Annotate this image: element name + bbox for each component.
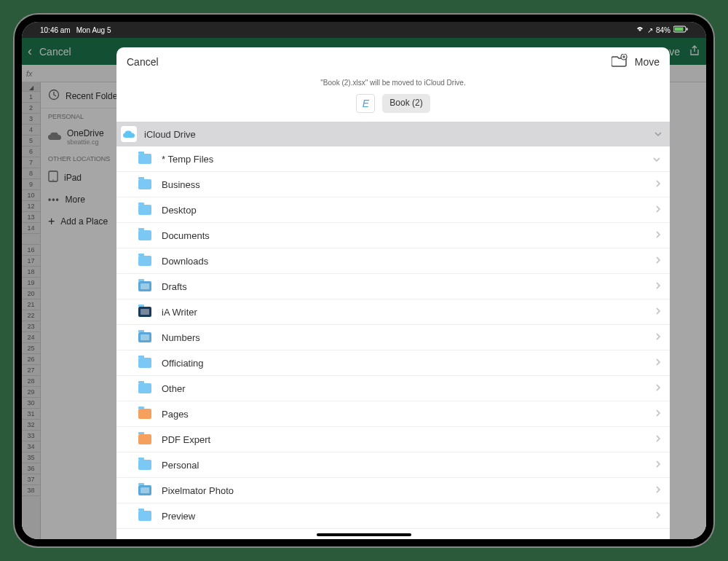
chevron-right-icon: [655, 510, 661, 522]
folder-label: Other: [162, 383, 645, 394]
chevron-right-icon: [655, 306, 661, 318]
status-date: Mon Aug 5: [76, 26, 111, 34]
file-preview-row: E Book (2): [116, 94, 670, 122]
folder-icon: [138, 460, 151, 470]
folder-label: Business: [162, 179, 645, 190]
folder-icon: [138, 358, 151, 368]
folder-label: Drafts: [162, 281, 645, 292]
status-bar: 10:46 am Mon Aug 5 ↗ 84%: [22, 22, 706, 38]
modal-cancel-button[interactable]: Cancel: [127, 56, 159, 68]
folder-icon: [138, 281, 151, 291]
folder-icon: [138, 205, 151, 215]
folder-row[interactable]: Preview: [116, 503, 670, 529]
folder-list[interactable]: * Temp FilesBusinessDesktopDocumentsDown…: [116, 146, 670, 539]
folder-label: Numbers: [162, 332, 645, 343]
chevron-right-icon: [655, 332, 661, 343]
chevron-right-icon: [655, 178, 661, 190]
icloud-icon: [121, 126, 137, 142]
folder-label: Pages: [162, 409, 645, 420]
chevron-right-icon: [655, 357, 661, 369]
folder-label: Downloads: [162, 256, 645, 267]
folder-icon: [138, 511, 151, 521]
chevron-right-icon: [655, 280, 661, 292]
folder-label: Pixelmator Photo: [162, 485, 645, 496]
folder-label: Personal: [162, 460, 645, 471]
folder-row[interactable]: Pixelmator Photo: [116, 478, 670, 503]
svg-rect-2: [687, 28, 688, 31]
folder-row[interactable]: Desktop: [116, 197, 670, 223]
folder-row[interactable]: Pages: [116, 401, 670, 427]
location-title: iCloud Drive: [144, 129, 646, 140]
status-time: 10:46 am: [40, 26, 71, 34]
home-indicator[interactable]: [317, 533, 411, 536]
folder-label: Officiating: [162, 358, 645, 369]
folder-row[interactable]: Business: [116, 172, 670, 197]
modal-subtitle: "Book (2).xlsx" will be moved to iCloud …: [116, 76, 670, 94]
folder-label: Preview: [162, 511, 645, 522]
folder-label: Desktop: [162, 205, 645, 216]
folder-icon: [138, 332, 151, 342]
folder-row[interactable]: Officiating: [116, 350, 670, 376]
folder-label: Documents: [162, 230, 645, 241]
chevron-down-icon: [654, 129, 662, 139]
ipad-screen: 10:46 am Mon Aug 5 ↗ 84% ‹ Cancel Save: [22, 22, 706, 539]
folder-label: iA Writer: [162, 307, 645, 318]
modal-header: Cancel Move: [116, 47, 670, 76]
folder-row[interactable]: Downloads: [116, 248, 670, 274]
folder-icon: [138, 154, 151, 164]
folder-row[interactable]: Other: [116, 376, 670, 401]
folder-icon: [138, 230, 151, 240]
location-header-icloud[interactable]: iCloud Drive: [116, 122, 670, 146]
chevron-right-icon: [655, 408, 661, 420]
ipad-frame: 10:46 am Mon Aug 5 ↗ 84% ‹ Cancel Save: [15, 15, 713, 546]
battery-pct: 84%: [656, 26, 670, 34]
folder-icon: [138, 307, 151, 317]
file-name-chip: Book (2): [382, 94, 430, 113]
chevron-right-icon: [655, 255, 661, 267]
folder-label: * Temp Files: [162, 154, 642, 165]
svg-rect-1: [675, 28, 684, 31]
chevron-right-icon: [655, 484, 661, 496]
battery-icon: [673, 26, 688, 34]
move-file-modal: Cancel Move "Book (2).xlsx" will be move…: [116, 47, 670, 539]
folder-row[interactable]: Drafts: [116, 274, 670, 299]
folder-icon: [138, 409, 151, 419]
location-icon: ↗: [647, 26, 653, 34]
folder-icon: [138, 434, 151, 444]
chevron-right-icon: [655, 382, 661, 394]
wifi-icon: [636, 26, 644, 34]
folder-row[interactable]: Numbers: [116, 325, 670, 350]
folder-row[interactable]: * Temp Files: [116, 146, 670, 172]
folder-icon: [138, 383, 151, 393]
folder-icon: [138, 179, 151, 189]
folder-row[interactable]: iA Writer: [116, 299, 670, 325]
modal-move-button[interactable]: Move: [635, 56, 660, 68]
folder-row[interactable]: Documents: [116, 223, 670, 248]
folder-label: PDF Expert: [162, 434, 645, 445]
file-thumbnail: E: [356, 94, 375, 113]
chevron-right-icon: [655, 230, 661, 241]
folder-icon: [138, 485, 151, 495]
chevron-right-icon: [655, 204, 661, 216]
folder-row[interactable]: Personal: [116, 452, 670, 478]
chevron-right-icon: [655, 459, 661, 471]
folder-row[interactable]: PDF Expert: [116, 427, 670, 452]
chevron-down-icon: [652, 153, 661, 165]
new-folder-icon[interactable]: [612, 54, 628, 70]
folder-icon: [138, 256, 151, 266]
chevron-right-icon: [655, 434, 661, 445]
